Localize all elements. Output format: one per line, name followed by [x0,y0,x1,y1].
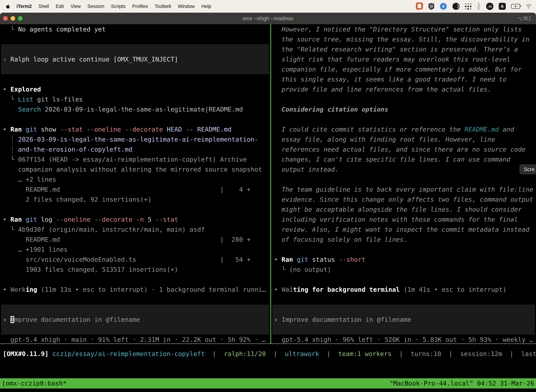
text-segment: No agents completed yet [18,26,106,33]
terminal: └ No agents completed yet› Ralph loop ac… [0,24,536,345]
terminal-line: • Ran git show --stat --oneline --decora… [3,124,270,134]
text-segment: session:12m [460,350,502,357]
tmux-host-clock: "MacBook-Pro-44.local" 04:52 31-Mar-26 [389,378,534,388]
text-segment: └ 4b9d30f (origin/main, instructkr/main,… [3,226,205,233]
window-title: omx --xhigh --madmax [0,16,536,21]
menu-session[interactable]: Session [87,4,104,9]
minimize-button[interactable] [10,16,15,21]
text-segment: Explored [10,86,41,93]
terminal-line: companion analysis without altering the … [3,164,270,174]
text-segment: 1903 files changed, 513517 insertions(+) [3,266,178,273]
menu-edit[interactable]: Edit [56,4,64,9]
terminal-line: › Ralph loop active continue [OMX_TMUX_I… [3,54,270,64]
terminal-line: • Explored [3,84,270,94]
text-segment: might be acceptable alongside the file l… [274,206,522,213]
text-segment: gpt-5.4 xhigh · main · 91% left · 2.31M … [3,336,266,343]
terminal-line: src/voice/voiceModeEnabled.ts | 54 + [3,254,270,265]
text-segment: | [502,350,521,357]
menu-window[interactable]: Window [178,4,195,9]
pane-divider[interactable] [270,24,271,344]
text-segment: show [41,126,60,133]
badge-61-icon[interactable]: ..61 [486,3,493,10]
terminal-line: references need actual files, and since … [274,144,536,154]
text-segment: • [3,86,10,93]
text-segment: … +2 lines [3,176,56,183]
dots-grid-icon[interactable] [465,3,472,10]
terminal-line: › Improve documentation in @filename [274,315,536,325]
screen-tooltip: Scre [519,164,536,174]
text-segment: However, I noticed the "Directory Struct… [274,26,522,33]
menu-bar: iTerm2ShellEditViewSessionScriptsProfile… [0,0,536,13]
menu-toolbelt[interactable]: Toolbelt [155,4,171,9]
text-segment: • [3,286,10,293]
tmux-session-label: [omx-cczip0:bash* [2,378,67,388]
text-segment: ing [26,286,37,293]
terminal-line: │ and-the-erosion-of-copyleft.md [3,144,270,154]
text-segment: slight risk that future readers may over… [274,56,510,63]
shield-grid-icon[interactable] [428,3,434,10]
terminal-line: Search 2026-03-09-is-legal-the-same-as-l… [3,104,270,114]
terminal-line: … +2 lines [3,174,270,184]
text-segment: • [274,286,282,293]
menu-help[interactable]: Help [201,4,211,9]
tmux-status-bar: [omx-cczip0:bash* "MacBook-Pro-44.local"… [0,378,536,388]
terminal-line: The team guideline is to back every impo… [274,184,536,194]
right-pane: However, I noticed the "Directory Struct… [271,24,536,345]
terminal-line: evidence. Since this change only affects… [274,194,536,205]
text-segment: --oneline --decorate -n [56,216,148,223]
close-button[interactable] [3,16,8,21]
text-segment: status [312,256,339,263]
text-segment: the source tree, missing the essay. Stil… [274,36,529,43]
text-segment: └ [3,96,18,103]
battery-charging-icon[interactable] [511,4,520,9]
terminal-line: • Waiting for background terminal (1m 41… [274,285,536,294]
menu-scripts[interactable]: Scripts [111,4,125,9]
hook-icon[interactable] [477,3,481,10]
terminal-line: companion file, especially if more comme… [274,64,536,74]
terminal-line: essay file, along with finding root file… [274,134,536,144]
menu-profiles[interactable]: Profiles [132,4,148,9]
terminal-line: › Improve documentation in @filename [3,315,270,325]
terminal-line: output instead. [274,164,536,174]
text-segment: • [3,216,10,223]
left-pane: └ No agents completed yet› Ralph loop ac… [0,24,270,345]
window-shortcut-badge: ⌥⌘1 [517,15,536,21]
text-segment: I could cite commit statistics or refere… [274,126,464,133]
text-cursor: I [10,316,14,323]
wifi-icon[interactable] [526,4,532,9]
text-segment: Considering citation options [274,106,388,113]
text-segment: └ (no output) [274,266,331,273]
apple-menu[interactable] [6,4,10,9]
text-segment: › [3,316,10,323]
menu-shell[interactable]: Shell [38,4,49,9]
terminal-line: 2 files changed, 92 insertions(+) [3,194,270,205]
a-key-icon[interactable]: A [499,3,506,10]
text-segment: | [205,350,224,357]
lightning-badge-icon[interactable] [440,3,447,10]
zoom-button[interactable] [18,16,23,21]
terminal-line: including verification notes with those … [274,215,536,224]
terminal-line: │ 2026-03-09-is-legal-the-same-as-legiti… [3,134,270,144]
menu-iterm2[interactable]: iTerm2 [17,4,32,9]
text-segment: log [41,216,56,223]
text-segment: git [26,216,41,223]
terminal-line: README.md | 280 + [3,234,270,244]
menu-view[interactable]: View [71,4,81,9]
text-segment: › [274,316,282,323]
text-segment: | [441,350,460,357]
text-segment [3,106,18,113]
text-segment: Ran [10,216,26,223]
terminal-line: └ No agents completed yet [3,24,270,34]
text-segment: List [18,96,37,103]
text-segment: (1m 41s • esc to interrupt) [400,286,507,293]
text-segment: turns:10 [411,350,441,357]
text-segment: Work [10,286,26,293]
chat-bubble-icon[interactable] [416,2,423,10]
text-segment: HEAD [167,126,186,133]
text-segment: • [274,256,282,263]
text-segment: The team guideline is to back every impo… [274,186,533,193]
crescent-icon[interactable] [452,3,460,10]
text-segment: 5 [148,216,155,223]
text-segment: 2026-03-09-is-legal-the-same-as-legitima… [45,106,243,113]
traffic-lights [0,16,23,21]
